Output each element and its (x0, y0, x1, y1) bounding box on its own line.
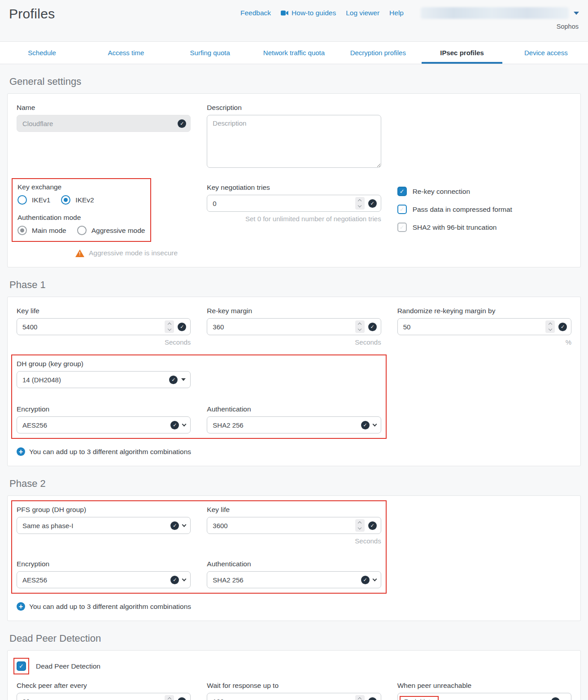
radio-ikev1[interactable]: IKEv1 (17, 195, 50, 205)
wait-response-group: Wait for response up to ✓ Seconds (207, 682, 381, 700)
add-icon[interactable]: + (17, 447, 25, 456)
valid-check-icon: ✓ (368, 521, 377, 530)
valid-check-icon: ✓ (551, 697, 560, 700)
feedback-link[interactable]: Feedback (240, 9, 271, 17)
dh-group-field: DH group (key group) 14 (DH2048) ✓ (17, 360, 191, 388)
dh-group-label: DH group (key group) (17, 360, 191, 368)
phase2-heading: Phase 2 (9, 478, 581, 490)
tab-ipsec-profiles[interactable]: IPsec profiles (420, 42, 504, 64)
description-textarea[interactable] (207, 115, 381, 168)
annotation-box-phase2-algorithms: PFS group (DH group) Same as phase-I ✓ K… (11, 500, 387, 594)
annotation-box-phase1-algorithms: DH group (key group) 14 (DH2048) ✓ Encry… (11, 354, 387, 439)
phase2-encryption-select[interactable]: AES256 ✓ (17, 571, 191, 588)
key-exchange-label: Key exchange (17, 183, 145, 191)
valid-check-icon: ✓ (361, 421, 370, 429)
valid-check-icon: ✓ (170, 576, 179, 584)
chevron-down-icon (182, 422, 187, 426)
how-to-guides-link[interactable]: How-to guides (281, 9, 336, 17)
tab-decryption-profiles[interactable]: Decryption profiles (336, 42, 420, 64)
authentication-label: Authentication (207, 405, 381, 413)
phase1-key-life-group: Key life ✓ Seconds (17, 307, 191, 346)
pfs-group-label: PFS group (DH group) (17, 506, 191, 514)
dh-group-select[interactable]: 14 (DH2048) ✓ (17, 371, 191, 388)
compressed-format-checkbox[interactable]: ✓ Pass data in compressed format (397, 205, 571, 214)
tab-network-traffic-quota[interactable]: Network traffic quota (252, 42, 336, 64)
key-life-label: Key life (17, 307, 191, 315)
pfs-group-select[interactable]: Same as phase-I ✓ (17, 517, 191, 534)
number-stepper[interactable] (355, 197, 365, 210)
key-negotiation-label: Key negotiation tries (207, 184, 381, 192)
number-stepper[interactable] (355, 695, 365, 700)
tab-bar: Schedule Access time Surfing quota Netwo… (0, 41, 588, 64)
main-content: General settings Name ✓ Description Key … (0, 76, 588, 700)
rekey-margin-group: Re-key margin ✓ Seconds (207, 307, 381, 346)
unit-label: % (397, 338, 571, 346)
sha2-truncation-checkbox[interactable]: ✓ SHA2 with 96-bit truncation (397, 223, 571, 232)
log-viewer-link[interactable]: Log viewer (346, 9, 379, 17)
caret-down-icon (181, 378, 186, 381)
dpd-enable-checkbox[interactable]: ✓ (17, 661, 26, 671)
checkbox-checked-icon: ✓ (397, 187, 407, 196)
radio-aggressive-mode[interactable]: Aggressive mode (77, 226, 145, 235)
page-title: Profiles (9, 6, 55, 22)
help-link[interactable]: Help (389, 9, 404, 17)
add-icon[interactable]: + (17, 602, 25, 611)
annotation-box-dpd-checkbox: ✓ (13, 658, 29, 674)
valid-check-icon: ✓ (169, 376, 178, 384)
video-camera-icon (281, 10, 288, 16)
phase1-heading: Phase 1 (9, 279, 581, 291)
wait-response-label: Wait for response up to (207, 682, 381, 690)
number-stepper[interactable] (545, 320, 555, 333)
phase1-encryption-field: Encryption AES256 ✓ (17, 405, 191, 433)
authentication-label: Authentication (207, 560, 381, 568)
valid-check-icon: ✓ (368, 323, 377, 331)
tab-schedule[interactable]: Schedule (0, 42, 84, 64)
account-menu[interactable] (421, 7, 579, 19)
radio-icon (17, 195, 27, 205)
valid-check-icon: ✓ (178, 697, 186, 700)
number-stepper[interactable] (165, 695, 174, 700)
peer-unreachable-label: When peer unreachable (397, 682, 571, 690)
dpd-enable-label: Dead Peer Detection (36, 662, 100, 670)
number-stepper[interactable] (355, 320, 365, 333)
phase2-card: PFS group (DH group) Same as phase-I ✓ K… (7, 495, 581, 621)
radio-main-mode[interactable]: Main mode (17, 226, 66, 235)
pfs-group-field: PFS group (DH group) Same as phase-I ✓ (17, 506, 191, 534)
radio-disabled-selected-icon (17, 226, 27, 235)
phase2-authentication-select[interactable]: SHA2 256 ✓ (207, 571, 381, 588)
number-stepper[interactable] (165, 320, 174, 333)
valid-check-icon: ✓ (178, 323, 186, 331)
auth-mode-label: Authentication mode (17, 214, 145, 222)
phase2-authentication-field: Authentication SHA2 256 ✓ (207, 560, 381, 588)
peer-unreachable-select[interactable]: Re-initiate ✓ (397, 693, 571, 700)
phase1-encryption-select[interactable]: AES256 ✓ (17, 416, 191, 433)
description-label: Description (207, 104, 381, 112)
phase1-card: Key life ✓ Seconds Re-key margin (7, 297, 581, 466)
phase2-key-life-group: Key life ✓ Seconds (207, 506, 381, 545)
tab-surfing-quota[interactable]: Surfing quota (168, 42, 252, 64)
radio-selected-icon (61, 195, 70, 205)
warning-triangle-icon: ! (75, 249, 84, 257)
radio-ikev2[interactable]: IKEv2 (61, 195, 94, 205)
encryption-label: Encryption (17, 560, 191, 568)
tab-access-time[interactable]: Access time (84, 42, 168, 64)
valid-check-icon: ✓ (558, 323, 567, 331)
general-settings-heading: General settings (9, 76, 581, 88)
phase1-authentication-select[interactable]: SHA2 256 ✓ (207, 416, 381, 433)
description-field-group: Description (207, 104, 381, 170)
name-field-group: Name ✓ (17, 104, 191, 132)
peer-unreachable-group: When peer unreachable Re-initiate ✓ (397, 682, 571, 700)
check-peer-label: Check peer after every (17, 682, 191, 690)
phase2-encryption-field: Encryption AES256 ✓ (17, 560, 191, 588)
encryption-label: Encryption (17, 405, 191, 413)
tab-device-access[interactable]: Device access (504, 42, 588, 64)
number-stepper[interactable] (355, 519, 365, 532)
name-input[interactable] (17, 115, 191, 132)
valid-check-icon: ✓ (368, 697, 377, 700)
phase1-authentication-field: Authentication SHA2 256 ✓ (207, 405, 381, 433)
unit-label: Seconds (207, 338, 381, 346)
chevron-down-icon (182, 522, 187, 527)
rekey-connection-checkbox[interactable]: ✓ Re-key connection (397, 187, 571, 196)
key-negotiation-group: Key negotiation tries ✓ Set 0 for unlimi… (207, 184, 381, 223)
key-exchange-column: Key exchange IKEv1 IKEv2 Authentication … (17, 184, 191, 257)
